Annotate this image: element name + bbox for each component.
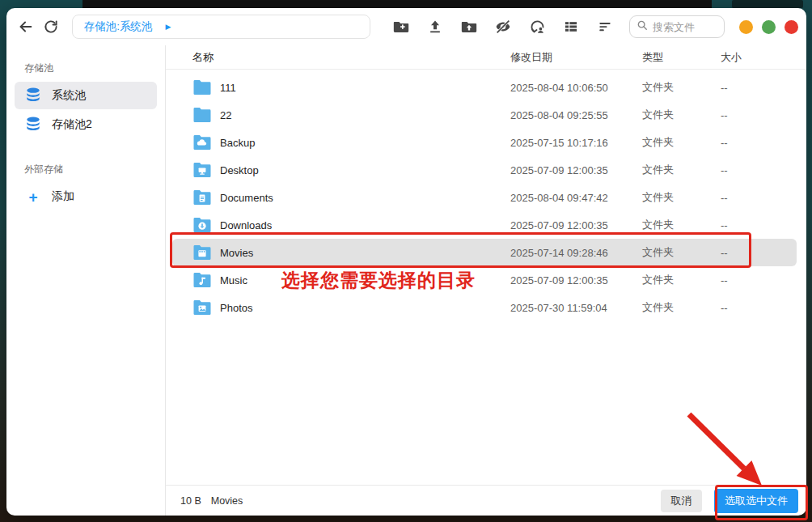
- breadcrumb-path[interactable]: 存储池:系统池: [84, 19, 153, 34]
- refresh-button[interactable]: [40, 15, 60, 38]
- file-name: Music: [220, 274, 247, 286]
- sidebar-item-storage-pool-2[interactable]: 存储池2: [15, 111, 157, 138]
- folder-plain-icon: [192, 79, 212, 96]
- sidebar-section-external-storage: 外部存储: [15, 158, 157, 181]
- column-header-date[interactable]: 修改日期: [510, 50, 642, 65]
- file-date: 2025-07-30 11:59:04: [510, 302, 642, 314]
- table-row[interactable]: Movies 2025-07-14 09:28:46 文件夹 --: [166, 239, 806, 266]
- search-icon: [636, 19, 648, 34]
- storage-pool-icon: [24, 86, 42, 106]
- file-date: 2025-08-04 10:06:50: [510, 82, 642, 94]
- new-folder-button[interactable]: [390, 15, 412, 38]
- window-controls: [739, 20, 798, 34]
- upload-button[interactable]: [424, 15, 446, 38]
- sidebar-item-label: 系统池: [52, 88, 86, 103]
- table-row[interactable]: Documents 2025-08-04 09:47:42 文件夹 --: [166, 184, 806, 211]
- file-name: Backup: [220, 137, 255, 149]
- folder-movies-icon: [192, 244, 212, 261]
- file-size: --: [721, 192, 806, 204]
- file-type: 文件夹: [642, 80, 721, 95]
- file-date: 2025-08-04 09:25:55: [510, 109, 642, 121]
- table-row[interactable]: Backup 2025-07-15 10:17:16 文件夹 --: [166, 129, 806, 156]
- column-header-name[interactable]: 名称: [166, 50, 510, 65]
- close-button[interactable]: [785, 20, 798, 34]
- folder-music-icon: [192, 271, 212, 289]
- background-app-band-right: [732, 0, 803, 8]
- file-type: 文件夹: [642, 135, 721, 150]
- file-type: 文件夹: [642, 273, 721, 287]
- file-name: Downloads: [220, 219, 272, 231]
- file-name: 22: [220, 109, 231, 121]
- file-size: --: [721, 247, 806, 259]
- back-button[interactable]: [16, 15, 36, 38]
- status-bar: 10 B Movies 取消 选取选中文件: [166, 485, 806, 516]
- file-size: --: [721, 137, 806, 149]
- hide-hidden-files-button[interactable]: [492, 15, 514, 38]
- file-name: Movies: [220, 247, 253, 259]
- table-row[interactable]: Music 2025-07-09 12:00:35 文件夹 --: [166, 266, 806, 294]
- folder-desktop-icon: [192, 161, 212, 179]
- file-picker-dialog: 存储池:系统池 ▶: [6, 8, 806, 516]
- table-row[interactable]: Photos 2025-07-30 11:59:04 文件夹 --: [166, 294, 806, 321]
- file-list: 111 2025-08-04 10:06:50 文件夹 -- 22 2025-0…: [166, 70, 806, 485]
- file-date: 2025-07-09 12:00:35: [510, 274, 642, 286]
- back-icon: [17, 18, 35, 36]
- tasks-button[interactable]: [526, 15, 548, 38]
- breadcrumb-caret-icon[interactable]: ▶: [165, 23, 171, 31]
- table-row[interactable]: Desktop 2025-07-09 12:00:35 文件夹 --: [166, 156, 806, 184]
- column-header-size[interactable]: 大小: [721, 50, 806, 65]
- file-size: --: [721, 219, 806, 231]
- file-name: Documents: [220, 192, 273, 204]
- file-date: 2025-07-14 09:28:46: [510, 247, 642, 259]
- file-name: 111: [220, 82, 236, 94]
- new-folder-icon: [392, 18, 410, 36]
- toolbar-actions: [390, 15, 616, 38]
- file-type: 文件夹: [642, 190, 721, 205]
- sort-icon: [597, 19, 613, 35]
- confirm-select-button[interactable]: 选取选中文件: [714, 489, 798, 513]
- table-header: 名称 修改日期 类型 大小: [166, 45, 806, 70]
- list-view-button[interactable]: [560, 15, 582, 38]
- storage-pool-icon: [24, 115, 42, 135]
- refresh-icon: [43, 19, 59, 35]
- sidebar-item-add-external[interactable]: + 添加: [15, 183, 157, 210]
- toolbar: 存储池:系统池 ▶: [6, 8, 806, 45]
- file-type: 文件夹: [642, 218, 721, 232]
- sort-button[interactable]: [594, 15, 616, 38]
- file-size: --: [721, 274, 806, 286]
- table-row[interactable]: 111 2025-08-04 10:06:50 文件夹 --: [166, 74, 806, 101]
- file-date: 2025-08-04 09:47:42: [510, 192, 642, 204]
- move-to-folder-button[interactable]: [458, 15, 480, 38]
- cancel-button[interactable]: 取消: [661, 490, 702, 512]
- folder-photos-icon: [192, 299, 212, 316]
- folder-documents-icon: [192, 189, 212, 206]
- table-row[interactable]: 22 2025-08-04 09:25:55 文件夹 --: [166, 101, 806, 129]
- file-date: 2025-07-09 12:00:35: [510, 164, 642, 176]
- file-type: 文件夹: [642, 245, 721, 260]
- sidebar-item-label: 添加: [52, 189, 74, 204]
- minimize-button[interactable]: [739, 20, 753, 34]
- maximize-button[interactable]: [762, 20, 776, 34]
- file-date: 2025-07-15 10:17:16: [510, 137, 642, 149]
- search-input[interactable]: [653, 21, 717, 33]
- file-name: Photos: [220, 302, 252, 314]
- sidebar-item-system-pool[interactable]: 系统池: [15, 82, 157, 109]
- selection-name: Movies: [211, 495, 243, 507]
- table-row[interactable]: Downloads 2025-07-09 12:00:35 文件夹 --: [166, 211, 806, 239]
- sidebar-section-storage-pools: 存储池: [15, 57, 157, 80]
- folder-plain-icon: [192, 106, 212, 124]
- folder-downloads-icon: [192, 216, 212, 234]
- list-view-icon: [563, 19, 579, 35]
- eye-off-icon: [494, 18, 512, 36]
- selection-size: 10 B: [180, 495, 201, 507]
- file-size: --: [721, 302, 806, 314]
- folder-backup-icon: [192, 134, 212, 151]
- folder-up-icon: [460, 18, 478, 36]
- sidebar: 存储池 系统池 存储池2 外部存储 + 添加: [6, 45, 165, 516]
- breadcrumb[interactable]: 存储池:系统池 ▶: [72, 15, 370, 39]
- upload-icon: [427, 19, 443, 35]
- column-header-type[interactable]: 类型: [642, 50, 721, 65]
- search-box[interactable]: [629, 15, 725, 38]
- sidebar-item-label: 存储池2: [52, 117, 92, 132]
- file-size: --: [721, 82, 806, 94]
